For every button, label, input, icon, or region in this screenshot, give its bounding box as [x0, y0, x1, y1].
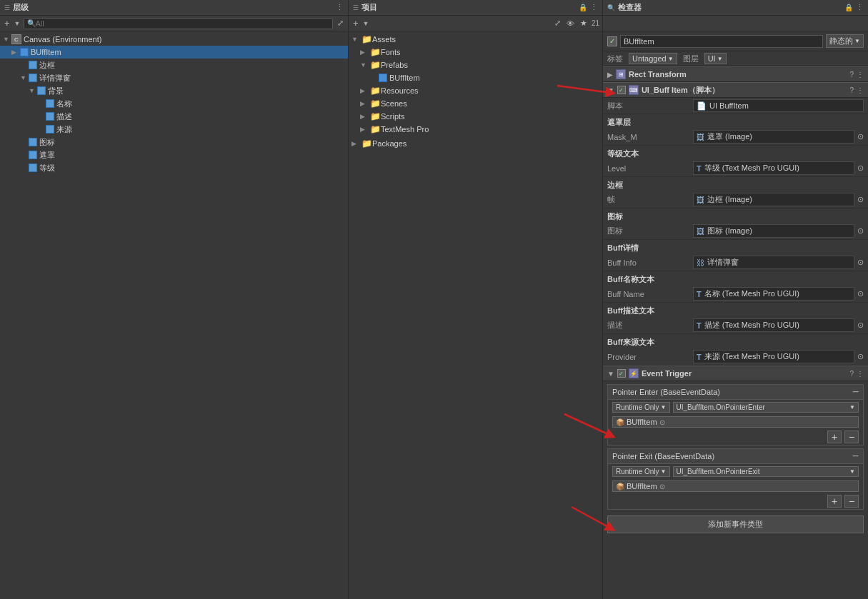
- project-fonts[interactable]: ▶ 📁 Fonts: [349, 46, 602, 59]
- event-trigger-settings-icon[interactable]: ⋮: [857, 370, 864, 378]
- tag-arrow-icon: ▼: [668, 56, 674, 62]
- pointer-enter-runtime-dropdown[interactable]: Runtime Only ▼: [612, 402, 670, 413]
- object-enabled-checkbox[interactable]: ✓: [607, 36, 617, 46]
- pointer-enter-method-arrow: ▼: [849, 404, 855, 411]
- fonts-folder-icon: 📁: [370, 47, 381, 57]
- pointer-enter-circle-icon[interactable]: ⊙: [659, 418, 665, 426]
- project-expand-button[interactable]: ⤢: [553, 19, 562, 28]
- buff-detail-popup-settings-icon[interactable]: ⊙: [857, 258, 864, 267]
- icon-settings-icon[interactable]: ⊙: [857, 226, 864, 236]
- layer-dropdown[interactable]: UI ▼: [704, 53, 727, 64]
- pointer-exit-circle-icon[interactable]: ⊙: [659, 483, 665, 490]
- hierarchy-detail-popup[interactable]: ▼ 详情弹窗: [0, 71, 348, 84]
- event-trigger-help-icon[interactable]: ?: [849, 370, 854, 378]
- inspector-content: ✓ 静态的 ▼ 标签 Untagged ▼ 图层 U: [603, 31, 868, 599]
- project-star-button[interactable]: ★: [579, 19, 589, 28]
- hierarchy-add-dropdown-icon[interactable]: ▼: [14, 20, 21, 27]
- project-add-dropdown-icon[interactable]: ▼: [363, 20, 369, 27]
- level-field-value[interactable]: T 等级 (Text Mesh Pro UGUI): [693, 161, 854, 175]
- pointer-exit-remove-entry-button[interactable]: −: [844, 495, 859, 508]
- ui-buff-item-component-header[interactable]: ▼ ✓ ⌨ UI_Buff Item（脚本） ? ⋮: [603, 82, 868, 98]
- project-resources[interactable]: ▶ 📁 Resources: [349, 84, 602, 97]
- pointer-exit-add-button[interactable]: +: [827, 495, 842, 508]
- pointer-exit-method-dropdown[interactable]: UI_BuffItem.OnPointerExit ▼: [673, 466, 859, 477]
- project-buffitem-prefab[interactable]: BUffItem: [349, 71, 602, 84]
- pointer-enter-object-icon: 📦: [616, 418, 624, 426]
- event-trigger-enabled-checkbox[interactable]: ✓: [617, 369, 626, 378]
- project-scenes[interactable]: ▶ 📁 Scenes: [349, 97, 602, 110]
- hierarchy-tree: ▼ C Canvas (Environment) ▶ BUffItem 边框 ▼: [0, 31, 348, 599]
- inspector-panel-header: 🔍 检查器 🔒 ⋮: [603, 0, 868, 16]
- event-trigger-component-header[interactable]: ▼ ✓ ⚡ Event Trigger ? ⋮: [603, 366, 868, 381]
- rect-transform-component[interactable]: ▶ ⊞ Rect Transform ? ⋮: [603, 66, 868, 82]
- hierarchy-desc[interactable]: 描述: [0, 110, 348, 123]
- pointer-enter-remove-button[interactable]: −: [852, 386, 859, 398]
- border-image-icon: 🖼: [697, 196, 704, 204]
- inspector-more-icon[interactable]: ⋮: [856, 3, 864, 12]
- hierarchy-border[interactable]: 边框: [0, 59, 348, 71]
- object-name-field[interactable]: [620, 35, 823, 48]
- icon-value-text: 图标 (Image): [707, 226, 752, 236]
- hierarchy-source[interactable]: 来源: [0, 123, 348, 136]
- border-prop-row: 帧 🖼 边框 (Image) ⊙: [603, 191, 868, 208]
- border-settings-icon[interactable]: ⊙: [857, 195, 864, 204]
- level-settings-icon[interactable]: ⊙: [857, 163, 864, 173]
- buff-desc-settings-icon[interactable]: ⊙: [857, 321, 864, 330]
- buff-name-section-label: Buff名称文本: [603, 271, 868, 286]
- static-dropdown[interactable]: 静态的 ▼: [826, 34, 864, 48]
- project-textmesh[interactable]: ▶ 📁 TextMesh Pro: [349, 123, 602, 136]
- mask-settings-icon[interactable]: ⊙: [857, 132, 864, 141]
- hierarchy-search-input[interactable]: [36, 19, 329, 28]
- buff-name-settings-icon[interactable]: ⊙: [857, 289, 864, 298]
- icon-field-value[interactable]: 🖼 图标 (Image): [693, 224, 854, 238]
- buff-detail-popup-chain-icon: ⛓: [697, 258, 704, 267]
- buff-provider-field-value[interactable]: T 来源 (Text Mesh Pro UGUI): [693, 350, 854, 363]
- hierarchy-panel-header: ☰ 层级 ⋮: [0, 0, 349, 16]
- project-scripts[interactable]: ▶ 📁 Scripts: [349, 110, 602, 123]
- buff-name-row: Buff Name T 名称 (Text Mesh Pro UGUI) ⊙: [603, 286, 868, 303]
- hierarchy-icon[interactable]: 图标: [0, 136, 348, 149]
- pointer-exit-runtime-dropdown[interactable]: Runtime Only ▼: [612, 466, 670, 477]
- project-more-icon[interactable]: ⋮: [590, 3, 598, 12]
- add-event-type-button[interactable]: 添加新事件类型: [607, 515, 864, 533]
- buff-desc-field-value[interactable]: T 描述 (Text Mesh Pro UGUI): [693, 318, 854, 332]
- pointer-exit-runtime-row: Runtime Only ▼ UI_BuffItem.OnPointerExit…: [608, 464, 863, 479]
- hierarchy-level[interactable]: 等级: [0, 161, 348, 174]
- static-arrow-icon: ▼: [854, 38, 860, 44]
- project-packages[interactable]: ▶ 📁 Packages: [349, 137, 602, 150]
- hierarchy-mask[interactable]: 遮罩: [0, 149, 348, 161]
- rect-transform-help-icon[interactable]: ?: [849, 71, 854, 79]
- project-lock-icon[interactable]: 🔒: [579, 4, 587, 11]
- tag-dropdown[interactable]: Untagged ▼: [629, 53, 677, 64]
- project-assets-root[interactable]: ▼ 📁 Assets: [349, 33, 602, 46]
- project-eye-button[interactable]: 👁: [565, 19, 576, 28]
- pointer-exit-remove-button[interactable]: −: [852, 450, 859, 462]
- buff-name-field-value[interactable]: T 名称 (Text Mesh Pro UGUI): [693, 287, 854, 301]
- ui-buff-item-settings-icon[interactable]: ⋮: [857, 86, 864, 94]
- layer-value: UI: [708, 54, 716, 63]
- pointer-exit-object-field[interactable]: 📦 BUffItem ⊙: [612, 480, 859, 492]
- border-field-value[interactable]: 🖼 边框 (Image): [693, 193, 854, 206]
- project-prefabs[interactable]: ▼ 📁 Prefabs: [349, 59, 602, 71]
- pointer-enter-add-button[interactable]: +: [827, 431, 842, 443]
- hierarchy-bg[interactable]: ▼ 背景: [0, 84, 348, 97]
- script-value[interactable]: 📄 UI BuffItem: [693, 99, 864, 112]
- inspector-lock-icon[interactable]: 🔒: [844, 4, 853, 11]
- buff-provider-settings-icon[interactable]: ⊙: [857, 352, 864, 361]
- hierarchy-add-button[interactable]: +: [3, 18, 11, 29]
- pointer-enter-method-dropdown[interactable]: UI_BuffItem.OnPointerEnter ▼: [673, 402, 859, 413]
- pointer-enter-remove-entry-button[interactable]: −: [844, 431, 859, 443]
- layer-arrow-icon: ▼: [717, 56, 723, 62]
- hierarchy-buffitem[interactable]: ▶ BUffItem: [0, 46, 348, 59]
- buff-detail-popup-value[interactable]: ⛓ 详情弹窗: [693, 256, 854, 269]
- mask-field-value[interactable]: 🖼 遮罩 (Image): [693, 130, 854, 144]
- hierarchy-expand-button[interactable]: ⤢: [336, 19, 345, 28]
- rect-transform-settings-icon[interactable]: ⋮: [857, 71, 864, 79]
- hierarchy-more-icon[interactable]: ⋮: [336, 3, 344, 12]
- ui-buff-item-enabled-checkbox[interactable]: ✓: [617, 86, 626, 94]
- hierarchy-name[interactable]: 名称: [0, 97, 348, 110]
- ui-buff-item-help-icon[interactable]: ?: [849, 86, 854, 94]
- pointer-enter-object-field[interactable]: 📦 BUffItem ⊙: [612, 416, 859, 428]
- hierarchy-canvas[interactable]: ▼ C Canvas (Environment): [0, 33, 348, 46]
- project-add-button[interactable]: +: [351, 18, 360, 29]
